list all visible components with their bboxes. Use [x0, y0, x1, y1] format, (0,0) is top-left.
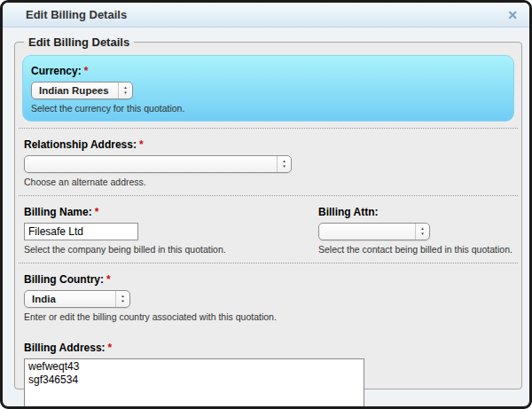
arrow-up-icon: ▲ — [123, 86, 127, 90]
fieldset-legend: Edit Billing Details — [24, 35, 134, 49]
billing-name-attn-row: Billing Name:* Select the company being … — [22, 196, 514, 263]
billing-attn-select[interactable]: ▲ ▼ — [318, 223, 430, 240]
billing-attn-help-text: Select the contact being billed in this … — [318, 244, 512, 255]
arrow-up-icon: ▲ — [420, 227, 424, 232]
select-arrows-icon: ▲ ▼ — [115, 291, 129, 307]
arrow-down-icon: ▼ — [123, 91, 127, 96]
relationship-address-label: Relationship Address: — [24, 138, 137, 151]
relationship-address-select[interactable]: ▲ ▼ — [24, 155, 292, 173]
select-arrows-icon: ▲ ▼ — [277, 156, 291, 172]
billing-attn-label: Billing Attn: — [318, 206, 379, 218]
billing-country-label: Billing Country: — [24, 273, 104, 286]
dialog-body: Edit Billing Details Currency:* Indian R… — [3, 28, 529, 389]
billing-address-section: Billing Address:* wefweqt43 sgf346534 — [22, 330, 514, 409]
billing-country-section: Billing Country:* India ▲ ▼ Enter or edi… — [22, 263, 514, 330]
billing-attn-select-value — [319, 224, 415, 240]
currency-help-text: Select the currency for this quotation. — [31, 103, 505, 114]
billing-name-column: Billing Name:* Select the company being … — [24, 203, 318, 255]
arrow-up-icon: ▲ — [121, 295, 124, 299]
billing-name-required-marker: * — [95, 206, 99, 218]
currency-select[interactable]: Indian Rupees ▲ ▼ — [31, 82, 133, 99]
dialog-titlebar: Edit Billing Details ✕ — [3, 3, 529, 28]
currency-highlight-panel: Currency:* Indian Rupees ▲ ▼ Select the … — [22, 55, 514, 122]
dialog-title: Edit Billing Details — [26, 8, 127, 21]
relationship-address-section: Relationship Address:* ▲ ▼ Choose an alt… — [22, 129, 514, 195]
billing-attn-column: Billing Attn: ▲ ▼ Select the contact bei… — [318, 203, 512, 255]
billing-name-help-text: Select the company being billed in this … — [24, 244, 318, 255]
billing-country-help-text: Enter or edit the billing country associ… — [24, 311, 512, 322]
select-arrows-icon: ▲ ▼ — [415, 224, 429, 240]
billing-country-select-value: India — [25, 291, 115, 307]
currency-label: Currency: — [31, 65, 82, 77]
billing-address-textarea[interactable]: wefweqt43 sgf346534 — [24, 358, 364, 409]
billing-name-input[interactable] — [24, 223, 138, 240]
billing-address-required-marker: * — [108, 342, 113, 354]
billing-address-label: Billing Address: — [24, 342, 106, 354]
relationship-address-required-marker: * — [139, 138, 144, 151]
currency-select-value: Indian Rupees — [32, 83, 118, 98]
arrow-up-icon: ▲ — [282, 160, 286, 164]
currency-required-marker: * — [84, 65, 89, 77]
billing-name-label: Billing Name: — [24, 206, 92, 218]
arrow-down-icon: ▼ — [121, 300, 124, 304]
close-icon[interactable]: ✕ — [507, 9, 518, 21]
edit-billing-details-dialog: Edit Billing Details ✕ Edit Billing Deta… — [0, 0, 532, 409]
select-arrows-icon: ▲ ▼ — [118, 83, 132, 98]
relationship-address-help-text: Choose an alternate address. — [24, 177, 512, 187]
arrow-down-icon: ▼ — [420, 232, 424, 237]
billing-country-select[interactable]: India ▲ ▼ — [24, 290, 130, 308]
arrow-down-icon: ▼ — [282, 165, 286, 169]
billing-country-required-marker: * — [106, 273, 111, 286]
billing-details-fieldset: Edit Billing Details Currency:* Indian R… — [14, 35, 522, 389]
relationship-address-select-value — [25, 156, 277, 172]
